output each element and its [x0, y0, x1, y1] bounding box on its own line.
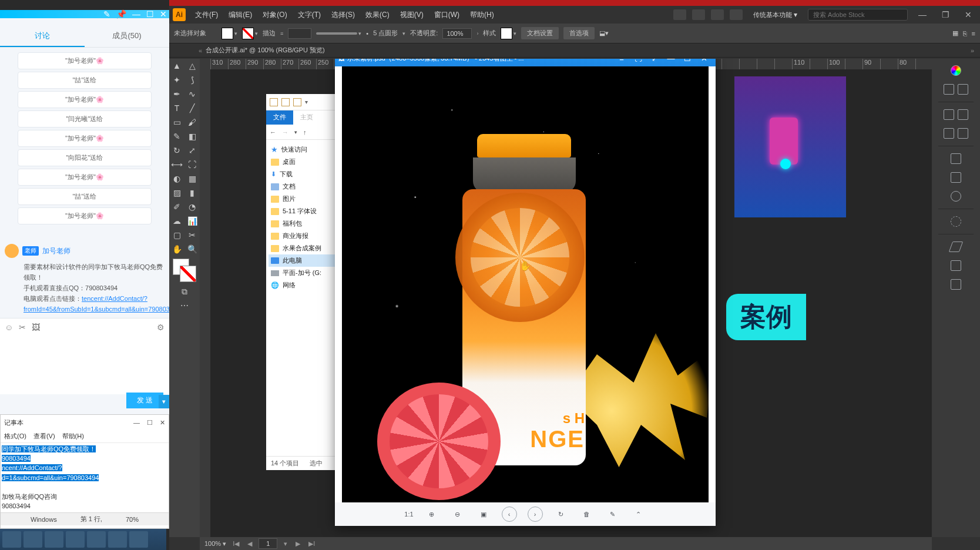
zoom-out-icon[interactable]: ⊖: [450, 507, 465, 522]
folder-icon[interactable]: [270, 98, 278, 106]
folder-icon[interactable]: [293, 98, 301, 106]
prev-artboard[interactable]: ◀: [246, 540, 254, 548]
scissors-icon[interactable]: ✂: [19, 323, 26, 332]
menu-icon[interactable]: ≡: [613, 59, 630, 65]
artboard-number[interactable]: [259, 538, 277, 549]
tab-discuss[interactable]: 讨论: [0, 24, 85, 47]
image-icon[interactable]: 🖼: [32, 323, 40, 332]
mesh-tool[interactable]: ▨: [169, 186, 184, 200]
next-artboard[interactable]: ▶: [294, 540, 302, 548]
hand-tool[interactable]: ✋: [169, 242, 184, 256]
tree-item[interactable]: 福利包: [269, 217, 340, 230]
pen-tool[interactable]: ✒: [169, 87, 184, 101]
tree-item[interactable]: 桌面: [269, 156, 340, 168]
minimize-icon[interactable]: —: [133, 419, 140, 427]
stock-search[interactable]: [808, 9, 908, 21]
ruler-origin[interactable]: [200, 59, 210, 69]
notepad-body[interactable]: 同学加下牧马老师QQ免费领取！ 90803494 ncent://AddCont…: [1, 443, 169, 512]
curvature-tool[interactable]: ∿: [184, 87, 200, 101]
taskbar-item[interactable]: [45, 531, 63, 548]
stroke-panel-icon[interactable]: [939, 106, 972, 123]
menu-view[interactable]: 查看(V): [33, 432, 55, 441]
taskbar-item[interactable]: [129, 531, 148, 548]
shape-builder-tool[interactable]: ◐: [169, 172, 184, 186]
menu-select[interactable]: 选择(S): [327, 8, 360, 22]
symbol-tool[interactable]: ☁: [169, 214, 184, 228]
minimize-icon[interactable]: —: [132, 9, 140, 19]
menu-help[interactable]: 帮助(H): [465, 8, 499, 22]
zoom-level[interactable]: 100% ▾: [204, 540, 226, 548]
workspace-switcher[interactable]: 传统基本功能 ▾: [749, 8, 802, 22]
tree-item[interactable]: 🌐网络: [269, 279, 340, 291]
emoji-icon[interactable]: ☺: [5, 323, 13, 332]
menu-file[interactable]: 文件(F): [190, 8, 223, 22]
minimize-icon[interactable]: —: [663, 59, 679, 65]
direct-selection-tool[interactable]: △: [184, 59, 200, 73]
edit-icon[interactable]: ✎: [103, 9, 110, 19]
line-tool[interactable]: ╱: [184, 101, 200, 115]
links-panel-icon[interactable]: [939, 276, 972, 293]
slice-tool[interactable]: ✂: [184, 228, 200, 242]
next-icon[interactable]: ›: [528, 507, 543, 522]
close-icon[interactable]: ✕: [960, 9, 976, 21]
fill-stroke[interactable]: [169, 256, 200, 287]
close-icon[interactable]: ✕: [160, 9, 167, 19]
perspective-tool[interactable]: ▦: [184, 172, 200, 186]
canvas-area[interactable]: 3102802902802702602502401101009080706050…: [200, 59, 932, 537]
gradient-tool[interactable]: ▮: [184, 186, 200, 200]
panel-icon[interactable]: ≡: [972, 30, 975, 37]
stock-icon[interactable]: [692, 9, 705, 20]
rotate-tool[interactable]: ↻: [169, 143, 184, 157]
layers-panel-icon[interactable]: [939, 239, 972, 255]
tree-item[interactable]: ⬇下载: [269, 168, 340, 180]
magic-wand-tool[interactable]: ✦: [169, 73, 184, 87]
blend-tool[interactable]: ◔: [184, 200, 200, 214]
style-swatch[interactable]: ▾: [501, 28, 516, 39]
tree-item[interactable]: 商业海报: [269, 230, 340, 242]
first-artboard[interactable]: I◀: [231, 540, 241, 548]
tree-item[interactable]: 文档: [269, 180, 340, 193]
brush-profile[interactable]: ▾: [316, 31, 361, 36]
stroke-weight[interactable]: [288, 28, 311, 39]
last-artboard[interactable]: ▶I: [307, 540, 317, 548]
tree-item[interactable]: 水果合成案例: [269, 242, 340, 254]
type-tool[interactable]: T: [169, 101, 184, 115]
close-icon[interactable]: ✕: [696, 59, 712, 65]
up-icon[interactable]: ↑: [303, 129, 307, 136]
props-icon[interactable]: [281, 98, 290, 106]
bridge-icon[interactable]: [673, 9, 686, 20]
align-panel-icon[interactable]: [939, 150, 972, 167]
taskbar-item[interactable]: [2, 531, 21, 548]
recent-icon[interactable]: ▾: [294, 129, 297, 135]
fill-swatch[interactable]: ▾: [221, 28, 237, 39]
artboard-tool[interactable]: ▢: [169, 228, 184, 242]
color-panel-icon[interactable]: [939, 62, 972, 79]
menu-effect[interactable]: 效果(C): [361, 8, 394, 22]
document-tab[interactable]: « 合成公开课.ai* @ 100% (RGB/GPU 预览) »: [169, 43, 980, 58]
rotate-icon[interactable]: ↻: [553, 507, 569, 522]
align-icon[interactable]: ⬓▾: [599, 29, 609, 37]
ratio-label[interactable]: 1:1: [404, 511, 413, 518]
shaper-tool[interactable]: ✎: [169, 129, 184, 143]
gpu-icon[interactable]: [730, 9, 743, 20]
menu-edit[interactable]: 编辑(E): [224, 8, 257, 22]
view-mode-icon[interactable]: ▦: [952, 29, 958, 37]
opacity-field[interactable]: [442, 28, 472, 39]
swatches-panel-icon[interactable]: [939, 81, 972, 98]
edit-icon[interactable]: ✎: [605, 507, 620, 522]
menu-help[interactable]: 帮助(H): [62, 432, 84, 441]
tab-members[interactable]: 成员(50): [85, 24, 169, 47]
gear-icon[interactable]: ⚙: [157, 323, 165, 332]
tree-item[interactable]: ★快速访问: [269, 143, 340, 156]
prefs-button[interactable]: 首选项: [563, 27, 595, 39]
transform-panel-icon[interactable]: [939, 169, 972, 186]
width-tool[interactable]: ⟷: [169, 157, 184, 172]
scale-tool[interactable]: ⤢: [184, 143, 200, 157]
doc-settings-button[interactable]: 文档设置: [521, 27, 559, 39]
tab-file[interactable]: 文件: [266, 110, 293, 125]
tab-home[interactable]: 主页: [293, 110, 320, 125]
transparency-panel-icon[interactable]: [939, 213, 972, 230]
zoom-in-icon[interactable]: ⊕: [424, 507, 439, 522]
back-icon[interactable]: ←: [270, 129, 276, 136]
taskbar-item[interactable]: [87, 531, 106, 548]
